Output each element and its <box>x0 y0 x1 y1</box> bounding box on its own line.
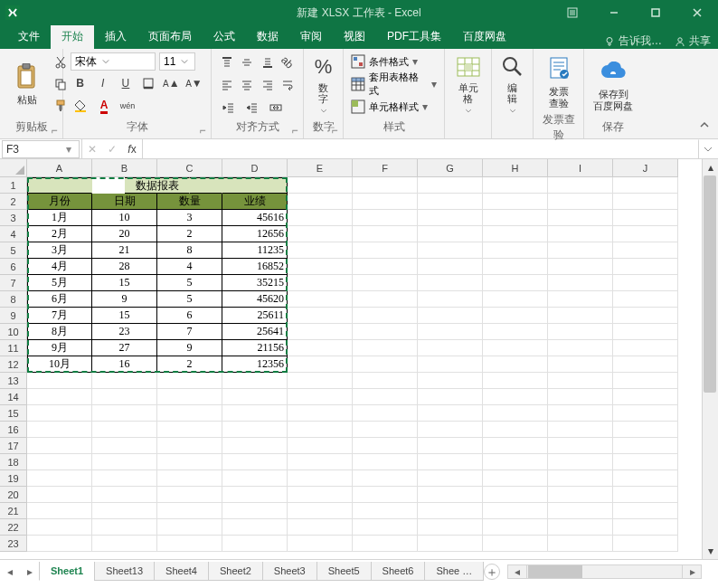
row-header-6[interactable]: 6 <box>0 259 27 275</box>
horizontal-scrollbar[interactable]: ◂ ▸ <box>507 564 702 579</box>
border-button[interactable] <box>139 73 158 93</box>
cell[interactable] <box>418 242 483 259</box>
row-header-4[interactable]: 4 <box>0 226 27 242</box>
cell[interactable] <box>548 503 613 519</box>
cell[interactable]: 12356 <box>222 356 288 373</box>
cell[interactable] <box>418 177 483 194</box>
decrease-font-button[interactable]: A▼ <box>184 73 203 93</box>
row-header-5[interactable]: 5 <box>0 242 27 259</box>
cell[interactable] <box>418 259 483 275</box>
align-left-button[interactable] <box>219 75 235 95</box>
cell[interactable] <box>613 324 678 340</box>
cell[interactable] <box>418 210 483 226</box>
cell[interactable] <box>353 324 418 340</box>
cell[interactable] <box>548 226 613 242</box>
cell[interactable] <box>288 519 353 536</box>
font-size-dropdown[interactable]: 11 <box>159 52 195 71</box>
conditional-format-button[interactable]: 条件格式▾ <box>351 54 437 69</box>
cell[interactable] <box>157 405 222 422</box>
increase-indent-button[interactable] <box>242 98 262 118</box>
sheet-nav-last-button[interactable]: ▸ <box>20 562 40 582</box>
cell[interactable] <box>613 291 678 308</box>
decrease-indent-button[interactable] <box>219 98 239 118</box>
col-header-I[interactable]: I <box>548 159 613 177</box>
cell[interactable] <box>613 389 678 405</box>
cell[interactable]: 6 <box>157 308 222 324</box>
cell[interactable] <box>157 454 222 470</box>
cell[interactable]: 2 <box>157 226 222 242</box>
cell[interactable] <box>353 422 418 438</box>
cell[interactable] <box>222 519 288 536</box>
increase-font-button[interactable]: A▲ <box>162 73 181 93</box>
cell[interactable] <box>483 438 548 454</box>
cell[interactable]: 业绩 <box>222 194 288 210</box>
enter-fx-button[interactable]: ✓ <box>102 139 122 159</box>
cell[interactable]: 3 <box>157 210 222 226</box>
cell[interactable]: 5 <box>157 291 222 308</box>
cell[interactable] <box>27 519 92 536</box>
cell[interactable]: 20 <box>92 226 157 242</box>
cell[interactable] <box>613 536 678 552</box>
cell[interactable] <box>418 308 483 324</box>
cell[interactable]: 15 <box>92 275 157 291</box>
cell[interactable] <box>548 519 613 536</box>
cell[interactable]: 27 <box>92 340 157 356</box>
cell[interactable] <box>27 487 92 503</box>
cell[interactable] <box>353 210 418 226</box>
row-header-12[interactable]: 12 <box>0 356 27 373</box>
cell[interactable] <box>613 259 678 275</box>
scroll-right-button[interactable]: ▸ <box>682 564 702 579</box>
hscrollbar-thumb[interactable] <box>528 565 582 578</box>
cell[interactable] <box>548 422 613 438</box>
cell[interactable] <box>157 389 222 405</box>
col-header-C[interactable]: C <box>157 159 222 177</box>
cell[interactable]: 10 <box>92 210 157 226</box>
row-header-16[interactable]: 16 <box>0 422 27 438</box>
row-header-8[interactable]: 8 <box>0 291 27 308</box>
cell[interactable] <box>613 438 678 454</box>
cell[interactable]: 25641 <box>222 324 288 340</box>
cell[interactable] <box>157 373 222 389</box>
cell[interactable] <box>483 242 548 259</box>
cell[interactable] <box>157 470 222 487</box>
cell-style-button[interactable]: 单元格样式▾ <box>351 100 437 114</box>
underline-button[interactable]: U <box>116 73 135 93</box>
number-format-button[interactable]: % 数字 <box>311 52 335 116</box>
cell[interactable]: 21 <box>92 242 157 259</box>
cell[interactable] <box>418 275 483 291</box>
cell[interactable] <box>222 373 288 389</box>
dialog-launcher-icon[interactable]: ⌐ <box>288 124 301 137</box>
cell[interactable] <box>222 487 288 503</box>
cell[interactable] <box>222 389 288 405</box>
col-header-B[interactable]: B <box>92 159 157 177</box>
cell[interactable] <box>548 389 613 405</box>
cell[interactable] <box>613 194 678 210</box>
col-header-J[interactable]: J <box>613 159 678 177</box>
align-top-button[interactable] <box>219 52 235 72</box>
cell[interactable] <box>353 259 418 275</box>
cell[interactable] <box>353 454 418 470</box>
cell[interactable]: 25611 <box>222 308 288 324</box>
cell[interactable] <box>288 438 353 454</box>
cell[interactable] <box>353 308 418 324</box>
col-header-D[interactable]: D <box>222 159 288 177</box>
cell[interactable] <box>613 226 678 242</box>
cell[interactable]: 3月 <box>27 242 92 259</box>
cell[interactable] <box>288 356 353 373</box>
cell[interactable] <box>548 194 613 210</box>
cell[interactable] <box>483 177 548 194</box>
close-button[interactable] <box>676 0 718 25</box>
cell[interactable] <box>418 291 483 308</box>
sheet-tab-Sheet6[interactable]: Sheet6 <box>371 562 426 581</box>
cell[interactable] <box>288 373 353 389</box>
col-header-G[interactable]: G <box>418 159 483 177</box>
cell[interactable] <box>222 536 288 552</box>
cell[interactable] <box>613 177 678 194</box>
cell[interactable] <box>353 487 418 503</box>
cell[interactable]: 35215 <box>222 275 288 291</box>
phonetic-button[interactable]: wén <box>118 96 137 116</box>
tab-插入[interactable]: 插入 <box>94 24 137 49</box>
cell[interactable] <box>548 242 613 259</box>
cell[interactable] <box>418 405 483 422</box>
col-header-H[interactable]: H <box>483 159 548 177</box>
